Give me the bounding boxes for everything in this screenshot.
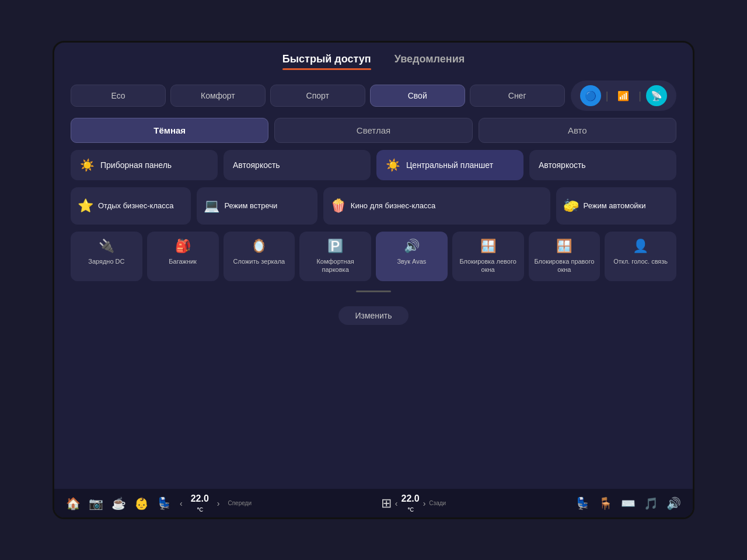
brightness-dashboard-label: Приборная панель (100, 160, 172, 170)
shortcut-mirrors-label: Сложить зеркала (233, 257, 285, 265)
sun-icon-1: ☀️ (80, 158, 95, 172)
radio-icon[interactable]: 📡 (646, 85, 667, 106)
bottom-left-icons: 🏠 📷 ☕ 👶 💺 ‹ 22.0 ℃ › Спереди (66, 494, 252, 513)
sponge-icon: 🧽 (563, 198, 579, 214)
shortcut-meeting[interactable]: 💻 Режим встречи (197, 187, 317, 225)
music-icon[interactable]: 🎵 (644, 496, 658, 510)
parking-icon: 🅿️ (327, 239, 343, 254)
climate-icon[interactable]: ☕ (111, 496, 126, 510)
change-button[interactable]: Изменить (338, 306, 408, 325)
seat-heat-icon[interactable]: 🪑 (598, 496, 613, 510)
shortcut-business-rest[interactable]: ⭐ Отдых бизнес-класса (71, 187, 191, 225)
mirror-icon: 🪞 (251, 239, 267, 254)
shortcut-right-window[interactable]: 🪟 Блокировка правого окна (529, 232, 601, 281)
volume-icon[interactable]: 🔊 (666, 496, 681, 510)
bottom-bar: 🏠 📷 ☕ 👶 💺 ‹ 22.0 ℃ › Спереди ⊞ ‹ 22.0 ℃ … (54, 489, 693, 517)
shortcut-right-window-label: Блокировка правого окна (533, 257, 596, 274)
temp-front-group: 22.0 ℃ (191, 494, 209, 513)
home-icon[interactable]: 🏠 (66, 496, 81, 510)
shortcut-voice-off[interactable]: 👤 Откл. голос. связь (605, 232, 676, 281)
theme-dark[interactable]: Тёмная (71, 118, 268, 143)
grid-icon[interactable]: ⊞ (381, 496, 392, 511)
shortcut-business-rest-label: Отдых бизнес-класса (98, 201, 173, 211)
brightness-row: ☀️ Приборная панель Автояркость ☀️ Центр… (71, 150, 676, 180)
right-window-icon: 🪟 (556, 239, 572, 254)
temp-rear-label: Сзади (429, 500, 446, 506)
seat-right-icon[interactable]: 💺 (575, 496, 590, 510)
shortcut-carwash[interactable]: 🧽 Режим автомойки (556, 187, 676, 225)
mode-snow[interactable]: Снег (470, 85, 565, 107)
shortcut-parking-label: Комфортная парковка (304, 257, 366, 274)
brightness-dashboard[interactable]: ☀️ Приборная панель (71, 150, 218, 180)
shortcut-avas-label: Звук Avas (397, 257, 426, 265)
child-icon[interactable]: 👶 (134, 496, 149, 510)
brightness-auto-2-label: Автояркость (539, 160, 586, 170)
shortcut-meeting-label: Режим встречи (224, 201, 277, 211)
wifi-icon[interactable]: 📶 (613, 85, 634, 106)
shortcuts-row-1: ⭐ Отдых бизнес-класса 💻 Режим встречи 🍿 … (71, 187, 676, 225)
shortcut-voice-off-label: Откл. голос. связь (613, 257, 668, 265)
theme-light[interactable]: Светлая (274, 118, 472, 143)
keyboard-icon[interactable]: ⌨️ (621, 496, 636, 510)
change-btn-row (71, 288, 676, 297)
shortcut-left-window-label: Блокировка левого окна (457, 257, 519, 274)
seat-left-icon[interactable]: 💺 (157, 496, 172, 510)
laptop-icon: 💻 (204, 198, 219, 214)
shortcut-cinema[interactable]: 🍿 Кино для бизнес-класса (323, 187, 550, 225)
voice-off-icon: 👤 (633, 239, 648, 254)
bottom-center: ⊞ ‹ 22.0 ℃ › Сзади (381, 494, 446, 513)
sep2: | (638, 90, 641, 102)
small-shortcuts-row: 🔌 Зарядно DC 🎒 Багажник 🪞 Сложить зеркал… (71, 232, 676, 281)
tab-notifications[interactable]: Уведомления (395, 53, 465, 69)
mode-eco[interactable]: Eco (71, 85, 166, 107)
shortcut-avas[interactable]: 🔊 Звук Avas (376, 232, 448, 281)
mode-sport[interactable]: Спорт (270, 85, 365, 107)
temp-rear-value: 22.0 (402, 494, 420, 504)
temp-rear-decrease[interactable]: ‹ (395, 499, 398, 508)
bluetooth-icon[interactable]: 🔵 (580, 85, 601, 106)
brightness-auto-2[interactable]: Автояркость (529, 150, 676, 180)
brightness-auto-1-label: Автояркость (233, 160, 280, 170)
mode-comfort[interactable]: Комфорт (170, 85, 266, 107)
scroll-indicator (356, 290, 391, 292)
shortcut-charge-dc-label: Зарядно DC (88, 257, 124, 265)
star-icon: ⭐ (78, 198, 93, 214)
sep1: | (606, 90, 609, 102)
shortcut-cinema-label: Кино для бизнес-класса (351, 201, 435, 211)
content-area: Быстрый доступ Уведомления Eco Комфорт С… (54, 43, 693, 489)
shortcut-parking[interactable]: 🅿️ Комфортная парковка (299, 232, 371, 281)
shortcut-mirrors[interactable]: 🪞 Сложить зеркала (224, 232, 295, 281)
temp-front-decrease[interactable]: ‹ (180, 499, 183, 508)
trunk-icon: 🎒 (175, 239, 191, 254)
tab-quick-access[interactable]: Быстрый доступ (282, 53, 371, 69)
shortcut-carwash-label: Режим автомойки (584, 201, 646, 211)
brightness-auto-1[interactable]: Автояркость (224, 150, 371, 180)
charge-dc-icon: 🔌 (99, 239, 114, 254)
brightness-tablet-label: Центральный планшет (406, 160, 493, 170)
mode-custom[interactable]: Свой (370, 85, 465, 107)
temp-rear-increase[interactable]: › (423, 499, 426, 508)
shortcut-left-window[interactable]: 🪟 Блокировка левого окна (452, 232, 524, 281)
temp-front-value: 22.0 (191, 494, 209, 504)
header-tabs: Быстрый доступ Уведомления (71, 53, 676, 74)
left-window-icon: 🪟 (480, 239, 496, 254)
drive-modes: Eco Комфорт Спорт Свой Снег (71, 85, 565, 107)
theme-auto[interactable]: Авто (479, 118, 676, 143)
camera-icon[interactable]: 📷 (89, 496, 103, 510)
avas-icon: 🔊 (404, 239, 420, 254)
brightness-tablet[interactable]: ☀️ Центральный планшет (376, 150, 523, 180)
temp-front-increase[interactable]: › (217, 499, 220, 508)
popcorn-icon: 🍿 (330, 198, 346, 214)
temp-rear-group: 22.0 ℃ (402, 494, 420, 513)
connectivity-panel: 🔵 | 📶 | 📡 (571, 80, 676, 111)
change-btn-container: Изменить (71, 304, 676, 327)
shortcut-trunk-label: Багажник (169, 257, 197, 265)
shortcut-charge-dc[interactable]: 🔌 Зарядно DC (71, 232, 142, 281)
drive-mode-row: Eco Комфорт Спорт Свой Снег 🔵 | 📶 | 📡 (71, 80, 676, 111)
main-screen: Быстрый доступ Уведомления Eco Комфорт С… (53, 41, 694, 519)
sun-icon-2: ☀️ (386, 158, 400, 172)
temp-front-label: Спереди (228, 500, 252, 506)
shortcut-trunk[interactable]: 🎒 Багажник (147, 232, 219, 281)
theme-row: Тёмная Светлая Авто (71, 118, 676, 143)
bottom-right-icons: 💺 🪑 ⌨️ 🎵 🔊 (575, 496, 681, 510)
